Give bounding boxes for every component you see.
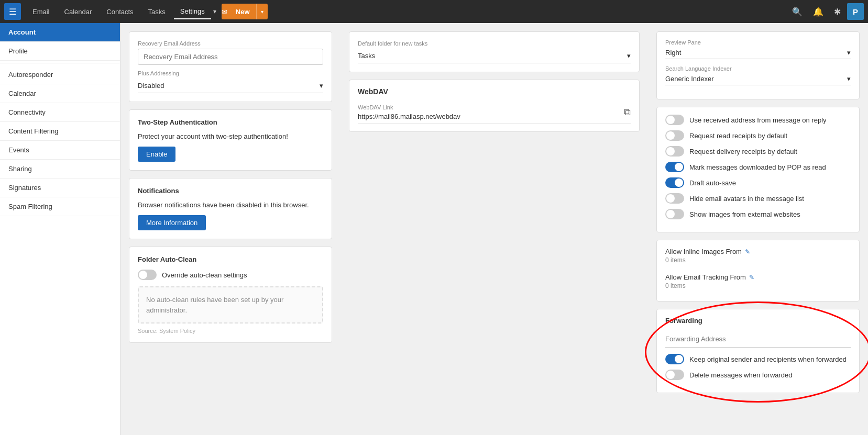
allow-email-tracking-edit-icon[interactable]: ✎ bbox=[749, 274, 754, 281]
sidebar-item-events[interactable]: Events bbox=[0, 141, 120, 160]
preview-pane-card: Preview Pane Right ▾ Search Language Ind… bbox=[656, 31, 860, 99]
toggle-row-0: Use received address from message on rep… bbox=[665, 115, 851, 125]
search-language-caret-icon: ▾ bbox=[847, 75, 851, 83]
allow-email-tracking-text: Allow Email Tracking From bbox=[665, 273, 746, 281]
preview-pane-value: Right bbox=[665, 49, 681, 57]
nav-contacts[interactable]: Contacts bbox=[100, 5, 139, 19]
sidebar: Account Profile Autoresponder Calendar C… bbox=[0, 23, 120, 435]
two-step-description: Protect your account with two-step authe… bbox=[138, 132, 323, 140]
allow-email-tracking-section: Allow Email Tracking From ✎ 0 items bbox=[665, 273, 851, 289]
new-button-label: New bbox=[229, 8, 256, 16]
recovery-email-field[interactable] bbox=[144, 53, 317, 61]
folder-autoclean-title: Folder Auto-Clean bbox=[138, 255, 323, 263]
toggle-row-3: Mark messages downloaded by POP as read bbox=[665, 162, 851, 172]
allow-inline-images-text: Allow Inline Images From bbox=[665, 248, 742, 255]
user-avatar[interactable]: P bbox=[847, 3, 864, 20]
recovery-email-label: Recovery Email Address bbox=[138, 40, 323, 47]
nav-settings[interactable]: Settings bbox=[174, 4, 211, 19]
allow-inline-images-edit-icon[interactable]: ✎ bbox=[745, 248, 750, 255]
allow-email-tracking-label: Allow Email Tracking From ✎ bbox=[665, 273, 851, 281]
toggle-keep-original-sender[interactable] bbox=[665, 354, 684, 364]
toggle-row-6: Show images from external websites bbox=[665, 209, 851, 219]
sidebar-item-profile[interactable]: Profile bbox=[0, 42, 120, 61]
new-button-caret[interactable]: ▾ bbox=[256, 4, 268, 19]
recovery-email-card: Recovery Email Address Plus Addressing D… bbox=[129, 31, 332, 102]
default-folder-caret-icon: ▾ bbox=[627, 52, 631, 60]
forwarding-wrapper: Forwarding Keep original sender and reci… bbox=[656, 309, 860, 393]
toggle-hide-avatars[interactable] bbox=[665, 193, 684, 204]
enable-button[interactable]: Enable bbox=[138, 147, 175, 162]
settings-star-icon[interactable]: ✱ bbox=[830, 4, 845, 20]
preview-pane-label: Preview Pane bbox=[665, 39, 851, 46]
left-column: Recovery Email Address Plus Addressing D… bbox=[120, 23, 340, 435]
nav-tasks[interactable]: Tasks bbox=[142, 5, 172, 19]
plus-addressing-select[interactable]: Disabled ▾ bbox=[138, 79, 323, 93]
search-language-select[interactable]: Generic Indexer ▾ bbox=[665, 73, 851, 85]
allow-inline-images-section: Allow Inline Images From ✎ 0 items bbox=[665, 248, 851, 264]
sidebar-item-spam-filtering[interactable]: Spam Filtering bbox=[0, 197, 120, 216]
plus-addressing-label: Plus Addressing bbox=[138, 70, 323, 76]
sidebar-divider-1 bbox=[0, 63, 120, 63]
toggle-label-0: Use received address from message on rep… bbox=[689, 116, 827, 124]
sidebar-item-content-filtering[interactable]: Content Filtering bbox=[0, 122, 120, 141]
default-folder-select[interactable]: Tasks ▾ bbox=[358, 49, 631, 63]
toggle-label-2: Request delivery receipts by default bbox=[689, 148, 797, 155]
forwarding-address-input[interactable] bbox=[665, 331, 851, 348]
app-logo[interactable]: ☰ bbox=[4, 3, 21, 20]
toggle-row-4: Draft auto-save bbox=[665, 177, 851, 188]
forwarding-title: Forwarding bbox=[665, 317, 851, 325]
sidebar-item-connectivity[interactable]: Connectivity bbox=[0, 103, 120, 122]
toggle-label-1: Request read receipts by default bbox=[689, 132, 787, 140]
nav-calendar[interactable]: Calendar bbox=[58, 5, 98, 19]
toggle-draft-autosave[interactable] bbox=[665, 177, 684, 188]
recovery-email-input[interactable] bbox=[138, 49, 323, 65]
forwarding-toggle-label-0: Keep original sender and recipients when… bbox=[689, 355, 847, 363]
override-autoclean-row: Override auto-clean settings bbox=[138, 270, 323, 280]
more-information-button[interactable]: More Information bbox=[138, 215, 206, 230]
two-step-auth-card: Two-Step Authentication Protect your acc… bbox=[129, 109, 332, 171]
toggle-label-3: Mark messages downloaded by POP as read bbox=[689, 163, 826, 171]
toggle-show-images[interactable] bbox=[665, 209, 684, 219]
forwarding-toggle-label-1: Delete messages when forwarded bbox=[689, 371, 793, 379]
nav-email[interactable]: Email bbox=[26, 5, 56, 19]
default-folder-label: Default folder for new tasks bbox=[358, 40, 631, 47]
toggle-delete-when-forwarded[interactable] bbox=[665, 370, 684, 380]
two-step-title: Two-Step Authentication bbox=[138, 118, 323, 126]
sidebar-item-account[interactable]: Account bbox=[0, 23, 120, 42]
allow-email-tracking-count: 0 items bbox=[665, 282, 851, 289]
preview-pane-select[interactable]: Right ▾ bbox=[665, 47, 851, 59]
search-language-label: Search Language Indexer bbox=[665, 65, 851, 72]
default-folder-value: Tasks bbox=[358, 52, 375, 60]
search-icon[interactable]: 🔍 bbox=[788, 4, 807, 20]
webdav-link-label: WebDAV Link bbox=[358, 104, 460, 110]
topnav: ☰ Email Calendar Contacts Tasks Settings… bbox=[0, 0, 868, 23]
notifications-description: Browser notifications have been disabled… bbox=[138, 201, 323, 209]
no-autoclean-rules-box: No auto-clean rules have been set up by … bbox=[138, 286, 323, 324]
toggle-label-4: Draft auto-save bbox=[689, 179, 736, 187]
webdav-title: WebDAV bbox=[358, 87, 631, 96]
forwarding-card: Forwarding Keep original sender and reci… bbox=[656, 309, 860, 393]
sidebar-item-calendar[interactable]: Calendar bbox=[0, 84, 120, 103]
toggle-label-6: Show images from external websites bbox=[689, 210, 800, 218]
new-button[interactable]: ✉ New ▾ bbox=[222, 4, 268, 19]
forwarding-toggle-row-1: Delete messages when forwarded bbox=[665, 370, 851, 380]
toggle-row-1: Request read receipts by default bbox=[665, 130, 851, 141]
notification-icon[interactable]: 🔔 bbox=[809, 4, 828, 20]
sidebar-item-signatures[interactable]: Signatures bbox=[0, 179, 120, 197]
sidebar-item-sharing[interactable]: Sharing bbox=[0, 160, 120, 179]
notifications-card: Notifications Browser notifications have… bbox=[129, 178, 332, 239]
override-autoclean-label: Override auto-clean settings bbox=[162, 271, 247, 279]
toggle-use-received-address[interactable] bbox=[665, 115, 684, 125]
content-area: Recovery Email Address Plus Addressing D… bbox=[120, 23, 868, 435]
toggles-card: Use received address from message on rep… bbox=[656, 107, 860, 232]
override-autoclean-toggle[interactable] bbox=[138, 270, 157, 280]
default-folder-card: Default folder for new tasks Tasks ▾ bbox=[349, 31, 640, 72]
toggle-label-5: Hide email avatars in the message list bbox=[689, 195, 804, 203]
toggle-request-read-receipts[interactable] bbox=[665, 130, 684, 141]
toggle-request-delivery-receipts[interactable] bbox=[665, 146, 684, 157]
toggle-row-2: Request delivery receipts by default bbox=[665, 146, 851, 157]
toggle-mark-messages-pop[interactable] bbox=[665, 162, 684, 172]
copy-icon[interactable]: ⧉ bbox=[624, 107, 631, 118]
right-column: Preview Pane Right ▾ Search Language Ind… bbox=[648, 23, 868, 435]
sidebar-item-autoresponder[interactable]: Autoresponder bbox=[0, 65, 120, 84]
